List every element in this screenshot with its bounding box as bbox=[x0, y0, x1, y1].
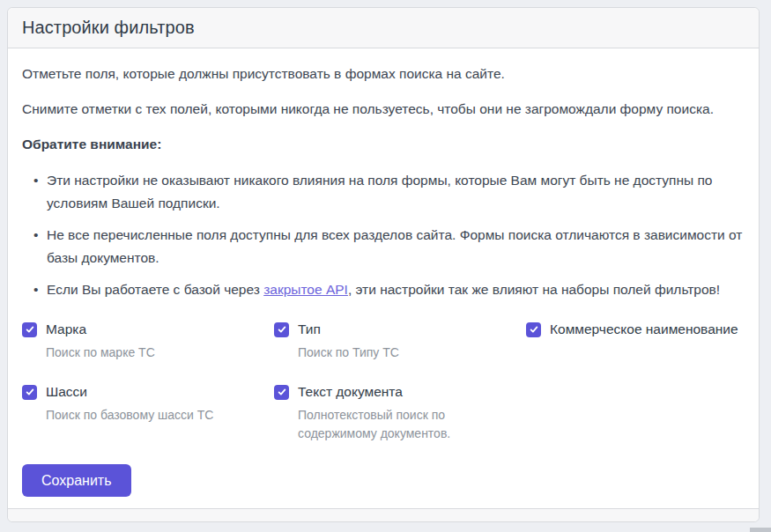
filter-description: Поиск по марке ТС bbox=[46, 344, 231, 362]
check-icon bbox=[529, 324, 539, 335]
checkbox-shassi[interactable] bbox=[22, 385, 37, 400]
intro-paragraph-1: Отметьте поля, которые должны присутство… bbox=[22, 63, 745, 85]
card-header: Настройки фильтров bbox=[8, 8, 759, 48]
checkbox-kommercheskoe[interactable] bbox=[526, 322, 541, 337]
card-footer bbox=[8, 508, 759, 521]
check-icon bbox=[277, 324, 287, 335]
card-body: Отметьте поля, которые должны присутство… bbox=[8, 48, 759, 508]
checkbox-tip[interactable] bbox=[274, 322, 289, 337]
save-button[interactable]: Сохранить bbox=[22, 464, 131, 497]
filter-description: Поиск по базовому шасси ТС bbox=[46, 406, 231, 425]
notes-list: Эти настройки не оказывают никакого влия… bbox=[22, 169, 745, 301]
filter-label[interactable]: Коммерческое наименование bbox=[550, 319, 738, 340]
check-icon bbox=[25, 324, 35, 335]
list-item: Не все перечисленные поля доступны для в… bbox=[47, 224, 745, 270]
closed-api-link[interactable]: закрытое API bbox=[263, 282, 348, 297]
filter-settings-card: Настройки фильтров Отметьте поля, которы… bbox=[7, 7, 760, 522]
intro-paragraph-2: Снимите отметки с тех полей, которыми ни… bbox=[22, 99, 745, 120]
horizontal-scrollbar-thumb[interactable] bbox=[750, 528, 771, 532]
note-text: Не все перечисленные поля доступны для в… bbox=[47, 227, 742, 265]
filter-label[interactable]: Марка bbox=[46, 319, 86, 340]
list-item: Эти настройки не оказывают никакого влия… bbox=[47, 169, 745, 215]
note-text-before: Если Вы работаете с базой через bbox=[47, 282, 263, 297]
note-text-after: , эти настройки так же влияют на наборы … bbox=[348, 282, 720, 297]
page-title: Настройки фильтров bbox=[22, 18, 745, 38]
checkbox-tekst-dokumenta[interactable] bbox=[274, 385, 289, 400]
filter-item-tip: Тип Поиск по Типу ТС bbox=[274, 319, 526, 362]
check-icon bbox=[277, 387, 287, 397]
filter-item-kommercheskoe: Коммерческое наименование bbox=[526, 319, 745, 362]
note-heading: Обратите внимание: bbox=[22, 134, 745, 155]
filter-label[interactable]: Шасси bbox=[46, 381, 87, 403]
filter-label[interactable]: Текст документа bbox=[298, 381, 403, 403]
note-text: Эти настройки не оказывают никакого влия… bbox=[47, 173, 712, 211]
filter-item-shassi: Шасси Поиск по базовому шасси ТС bbox=[22, 381, 274, 443]
filter-label[interactable]: Тип bbox=[298, 319, 321, 340]
check-icon bbox=[25, 387, 35, 397]
list-item: Если Вы работаете с базой через закрытое… bbox=[47, 278, 745, 301]
filter-description: Поиск по Типу ТС bbox=[298, 344, 483, 362]
checkbox-marka[interactable] bbox=[22, 322, 37, 337]
filters-grid: Марка Поиск по марке ТС Тип Поиск по Тип… bbox=[22, 319, 745, 443]
filter-description: Полнотекстовый поиск по содержимому доку… bbox=[298, 406, 483, 443]
filter-item-tekst-dokumenta: Текст документа Полнотекстовый поиск по … bbox=[274, 381, 526, 443]
filter-item-marka: Марка Поиск по марке ТС bbox=[22, 319, 274, 362]
